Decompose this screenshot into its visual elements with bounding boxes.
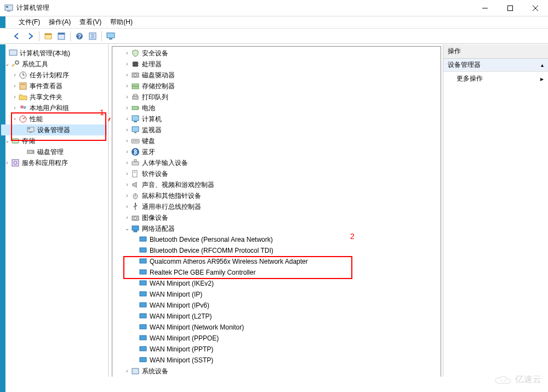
bluetooth-icon [131, 147, 140, 156]
net-item-wan-sstp[interactable]: WAN Miniport (SSTP) [116, 355, 439, 366]
net-item-wan-netmon[interactable]: WAN Miniport (Network Monitor) [116, 322, 439, 333]
category-disk-drives[interactable]: ›磁盘驱动器 [116, 70, 439, 81]
category-usb[interactable]: ›通用串行总线控制器 [116, 201, 439, 212]
chevron-right-icon[interactable]: › [123, 59, 131, 70]
chevron-right-icon[interactable]: › [11, 70, 19, 81]
chevron-right-icon[interactable]: › [123, 212, 131, 223]
category-mice[interactable]: ›鼠标和其他指针设备 [116, 190, 439, 201]
tree-system-tools[interactable]: ⌄系统工具 [1, 59, 107, 70]
toolbar-show-hide[interactable] [42, 30, 54, 42]
chevron-right-icon[interactable]: › [123, 168, 131, 179]
toolbar-action[interactable] [87, 30, 99, 42]
maximize-button[interactable] [498, 0, 523, 16]
category-software[interactable]: ›软件设备 [116, 168, 439, 179]
center-panel[interactable]: ›安全设备 ›处理器 ›磁盘驱动器 ›存储控制器 ›打印队列 ›电池 ›计算机 … [109, 44, 443, 377]
menu-file[interactable]: 文件(F) [14, 16, 44, 28]
adapter-icon [139, 334, 147, 343]
chevron-right-icon[interactable]: › [11, 81, 19, 92]
menu-bar: 文件(F) 操作(A) 查看(V) 帮助(H) [0, 16, 548, 29]
actions-section[interactable]: 设备管理器 ▴ [443, 59, 548, 72]
close-button[interactable] [523, 0, 548, 16]
category-print[interactable]: ›打印队列 [116, 92, 439, 103]
forward-button[interactable] [24, 30, 36, 42]
tree-label: 人体学输入设备 [142, 157, 188, 168]
net-item-wan-l2tp[interactable]: WAN Miniport (L2TP) [116, 311, 439, 322]
back-button[interactable] [11, 30, 23, 42]
tree-shared-folders[interactable]: ›共享文件夹 [1, 92, 107, 103]
svg-rect-50 [138, 107, 139, 109]
category-hid[interactable]: ›人体学输入设备 [116, 157, 439, 168]
tree-services[interactable]: ›服务和应用程序 [1, 157, 107, 168]
chevron-right-icon[interactable]: › [123, 48, 131, 59]
tree-device-manager[interactable]: 设备管理器 [1, 124, 107, 135]
tree-root[interactable]: 计算机管理(本地) [1, 48, 107, 59]
chevron-right-icon[interactable]: › [123, 103, 131, 113]
menu-action[interactable]: 操作(A) [44, 16, 75, 28]
chevron-right-icon[interactable]: › [123, 146, 131, 157]
tree-label: 共享文件夹 [30, 92, 62, 103]
tree-label: 蓝牙 [142, 146, 155, 157]
chevron-right-icon[interactable]: › [123, 70, 131, 81]
chevron-right-icon[interactable]: › [123, 81, 131, 92]
chevron-right-icon[interactable]: › [11, 92, 19, 103]
tree-label: WAN Miniport (PPPOE) [150, 333, 219, 344]
chevron-right-icon[interactable]: › [123, 366, 131, 377]
toolbar-help[interactable]: ? [73, 30, 85, 42]
actions-more[interactable]: 更多操作 ▸ [443, 72, 548, 86]
net-item-wan-ip[interactable]: WAN Miniport (IP) [116, 289, 439, 300]
net-item-bt-rfcomm[interactable]: Bluetooth Device (RFCOMM Protocol TDI) [116, 245, 439, 256]
net-item-wan-pppoe[interactable]: WAN Miniport (PPPOE) [116, 333, 439, 344]
chevron-down-icon[interactable]: ⌄ [123, 223, 131, 234]
net-item-wan-ikev2[interactable]: WAN Miniport (IKEv2) [116, 278, 439, 289]
category-system-devices[interactable]: ›系统设备 [116, 366, 439, 377]
toolbar-computer[interactable] [105, 30, 117, 42]
category-imaging[interactable]: ›图像设备 [116, 212, 439, 223]
menu-help[interactable]: 帮助(H) [106, 16, 137, 28]
tree-storage[interactable]: ⌄存储 [1, 135, 107, 146]
net-item-realtek[interactable]: Realtek PCIe GBE Family Controller [116, 267, 439, 278]
category-monitor[interactable]: ›监视器 [116, 124, 439, 135]
chevron-right-icon[interactable]: › [123, 92, 131, 103]
net-item-qualcomm[interactable]: Qualcomm Atheros AR956x Wireless Network… [116, 256, 439, 267]
tree-disk-mgmt[interactable]: 磁盘管理 [1, 146, 107, 157]
device-mgr-icon [26, 126, 35, 134]
category-network[interactable]: ⌄网络适配器 [116, 223, 439, 234]
tree-label: 声音、视频和游戏控制器 [142, 179, 214, 190]
keyboard-icon [131, 137, 140, 145]
tree-local-users[interactable]: ›本地用户和组 [1, 103, 107, 113]
net-item-wan-ipv6[interactable]: WAN Miniport (IPv6) [116, 300, 439, 311]
category-storage-ctrl[interactable]: ›存储控制器 [116, 81, 439, 92]
chevron-right-icon[interactable]: › [123, 190, 131, 201]
chevron-right-icon[interactable]: › [123, 201, 131, 212]
svg-rect-49 [132, 106, 138, 110]
chevron-right-icon[interactable]: › [123, 124, 131, 135]
system-icon [131, 367, 140, 376]
svg-point-85 [504, 380, 505, 381]
category-sound[interactable]: ›声音、视频和游戏控制器 [116, 179, 439, 190]
chevron-right-icon[interactable]: › [123, 135, 131, 146]
category-bluetooth[interactable]: ›蓝牙 [116, 146, 439, 157]
category-processor[interactable]: ›处理器 [116, 59, 439, 70]
category-security[interactable]: ›安全设备 [116, 48, 439, 59]
net-item-bt-pan[interactable]: Bluetooth Device (Personal Area Network) [116, 234, 439, 245]
chevron-right-icon[interactable]: › [123, 179, 131, 190]
tree-task-scheduler[interactable]: ›任务计划程序 [1, 70, 107, 81]
chevron-right-icon[interactable]: › [3, 157, 11, 168]
chevron-right-icon[interactable]: › [11, 103, 19, 113]
minimize-button[interactable] [472, 0, 498, 16]
tree-event-viewer[interactable]: ›事件查看器 [1, 81, 107, 92]
toolbar-properties[interactable] [55, 30, 67, 42]
tree-label: 事件查看器 [30, 81, 62, 92]
chevron-right-icon[interactable]: › [123, 157, 131, 168]
chevron-down-icon[interactable]: ⌄ [3, 135, 11, 146]
category-computer[interactable]: ›计算机 [116, 113, 439, 124]
chevron-right-icon[interactable]: › [123, 113, 131, 124]
tree-performance[interactable]: ›性能 [1, 113, 107, 124]
chevron-down-icon[interactable]: ⌄ [3, 59, 11, 70]
chevron-right-icon[interactable]: › [11, 113, 19, 124]
menu-view[interactable]: 查看(V) [75, 16, 106, 28]
category-battery[interactable]: ›电池 [116, 103, 439, 113]
printer-icon [131, 93, 140, 101]
category-keyboard[interactable]: ›键盘 [116, 135, 439, 146]
net-item-wan-pptp[interactable]: WAN Miniport (PPTP) [116, 344, 439, 355]
